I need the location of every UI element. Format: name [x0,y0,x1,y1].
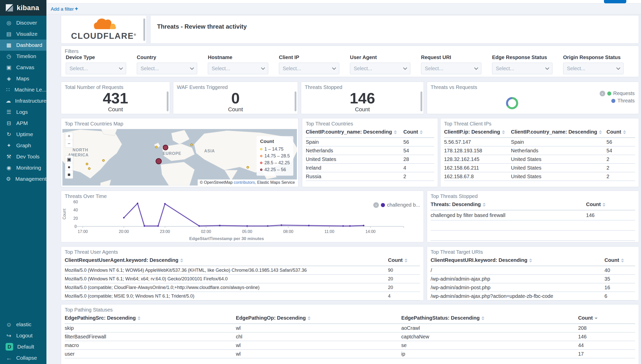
sidebar-item-graph[interactable]: ✦ Graph [0,140,46,151]
sort-icon [138,316,141,320]
sidebar-item-infrastructure[interactable]: ☁ Infrastructure [0,95,46,106]
filter-select-request-uri[interactable]: Select... [421,63,481,74]
map-marker-spain[interactable] [156,158,161,164]
filter-group-country: Country Select... [137,54,208,74]
map-marker-russia[interactable] [191,144,193,146]
column-header[interactable]: Count [578,313,635,324]
filter-select-user-agent[interactable]: Select... [350,63,410,74]
column-header[interactable]: ClientIP.country_name: Descending [306,127,403,138]
filter-select-hostname[interactable]: Select... [208,63,268,74]
sidebar-item-logout[interactable]: ↪Logout [0,330,46,341]
column-header[interactable]: ClientRequestUserAgent.keyword: Descendi… [65,255,388,266]
column-header[interactable]: ClientIP.country_name: Descending [511,127,607,138]
filter-select-edge-response-status[interactable]: Select... [492,63,552,74]
space-badge: D [6,343,13,351]
sidebar-item-dashboard[interactable]: ▦ Dashboard [0,40,46,51]
time-chart-icon: ◷ [6,53,12,59]
table-cell: /wp-admin/admin-ajax.php?action=update-z… [431,292,604,300]
legend-toggle-icon[interactable]: › [373,202,379,208]
sidebar-item-monitoring[interactable]: ◉ Monitoring [0,162,46,173]
table-cell: Mozilla/5.0 (Windows NT 6.1; Win64; x64;… [65,275,388,283]
column-header[interactable]: Count [586,199,635,210]
table-cell: Mozilla/5.0 (compatible; CloudFlare-Alwa… [65,283,388,292]
top-pathing-statuses-panel: Top Pathing Statuses EdgePathingSrc: Des… [61,304,639,364]
cloudflare-logo-panel: CLOUDFLARE® [61,15,147,44]
dashboard-title-panel: Threats - Review threat activity [150,15,639,44]
filter-select-client-ip[interactable]: Select... [279,63,339,74]
panel-scrollbar[interactable] [420,92,422,111]
series-legend-dot [381,203,385,207]
rectangle-tool-icon[interactable]: ■ [65,171,73,178]
column-header[interactable]: EdgePathingSrc: Descending [65,313,236,324]
column-header[interactable]: EdgePathingOp: Descending [236,313,401,324]
threats-vs-requests-donut[interactable] [506,97,518,109]
filter-select-origin-response-status[interactable]: Select... [563,63,623,74]
requests-legend-label[interactable]: Requests [613,90,635,96]
select-placeholder: Select... [567,66,585,71]
add-filter-button[interactable]: Add a filter+ [51,6,78,12]
column-header[interactable]: Count [403,127,434,138]
zoom-out-button[interactable]: − [65,140,73,148]
legend-toggle-icon[interactable]: › [600,91,605,96]
table-cell: 44 [578,341,635,350]
kibana-logo[interactable]: kibana [0,0,46,16]
sidebar-item-timelion[interactable]: ◷ Timelion [0,51,46,62]
sidebar-item-dev-tools[interactable]: ⚒ Dev Tools [0,151,46,162]
panel-title: Top Threat Target URIs [431,249,483,255]
column-header[interactable]: Count [388,255,420,266]
crop-tool-icon[interactable]: ▣ [65,156,73,163]
sidebar-item-uptime[interactable]: ↻ Uptime [0,129,46,140]
series-legend-label[interactable]: challenged b... [387,202,420,208]
filter-bar: Add a filter+ [46,4,641,14]
map-marker-united-states[interactable] [103,159,105,161]
map-region-label: ASIA [204,149,215,153]
column-header[interactable]: EdgePathingStatus: Descending [401,313,578,324]
sidebar-item-canvas[interactable]: ▣ Canvas [0,62,46,73]
sidebar-item-maps[interactable]: ◈ Maps [0,73,46,84]
sidebar-item-default[interactable]: DDefault [0,341,46,352]
filter-select-device-type[interactable]: Select... [66,63,126,74]
sidebar-item-management[interactable]: ⚙ Management [0,173,46,185]
column-header[interactable]: ClientIP.ip: Descending [444,127,511,138]
column-header[interactable]: Count [604,255,635,266]
map-marker-ireland[interactable] [155,146,157,148]
table-cell: Netherlands [306,146,403,155]
update-button-fragment[interactable] [604,0,626,3]
metric-waf-events: WAF Events Triggered 0 Count [173,82,298,114]
sort-icon [404,259,408,262]
cloudflare-wordmark: CLOUDFLARE® [61,31,146,41]
osm-contributors-link[interactable]: contributors, [234,180,256,185]
legend-dot [260,155,262,157]
sidebar-item-collapse[interactable]: ←Collapse [0,352,46,363]
logout-icon: ↪ [6,332,12,339]
world-map[interactable]: NORTHAMERICAEUROPEASIA + − ▣ ● ■ Count 1… [62,129,297,186]
panel-scrollbar[interactable] [143,19,145,41]
sidebar-item-elastic[interactable]: ☺elastic [0,319,46,330]
sidebar-item-logs[interactable]: ☰ Logs [0,106,46,118]
table-cell [586,220,635,230]
filter-select-country[interactable]: Select... [137,63,197,74]
column-header[interactable]: ClientRequestURI.keyword: Descending [431,255,604,266]
zoom-in-button[interactable]: + [65,132,73,140]
map-marker-netherlands[interactable] [163,145,168,150]
sidebar-item-visualize[interactable]: ▤ Visualize [0,28,46,40]
table-row: 178.128.193.158Netherlands54 [444,146,635,155]
map-marker-united-states[interactable] [86,163,88,165]
table-cell: 90 [388,266,420,275]
sidebar-item-discover[interactable]: ◎ Discover [0,17,46,28]
threats-legend-label[interactable]: Threats [617,98,635,104]
sort-icon [595,318,598,319]
map-marker-china[interactable] [247,166,249,168]
table-row: Ireland4 [306,163,434,172]
sidebar-item-apm[interactable]: ⊟ APM [0,118,46,129]
table-row: userwlip17 [65,350,635,358]
column-header[interactable]: Count [606,127,635,138]
panel-scrollbar[interactable] [295,92,296,111]
map-marker-united-states[interactable] [88,168,90,170]
sidebar-item-machine-le[interactable]: ∷ Machine Le... [0,84,46,95]
chevron-down-icon [616,66,620,70]
table-cell: 20 [388,283,420,292]
panel-scrollbar[interactable] [167,92,168,111]
column-header[interactable]: Threats: Descending [431,199,586,210]
polygon-tool-icon[interactable]: ● [65,163,73,171]
